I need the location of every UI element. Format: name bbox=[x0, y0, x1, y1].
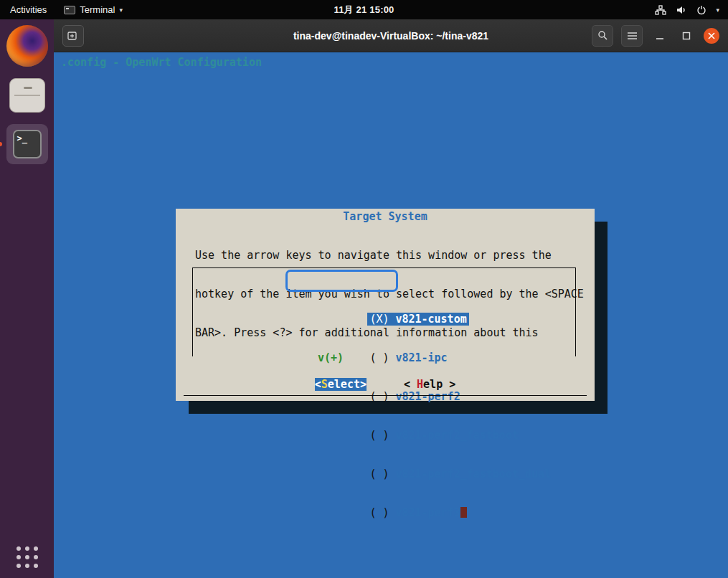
maximize-icon bbox=[682, 32, 691, 40]
terminal-content[interactable]: .config - OpenWrt Configuration Target S… bbox=[54, 52, 728, 578]
app-menu-label: Terminal bbox=[80, 4, 115, 15]
power-icon bbox=[696, 5, 706, 15]
app-menu-button[interactable]: Terminal ▾ bbox=[57, 0, 130, 19]
terminal-icon: >_ bbox=[13, 130, 42, 158]
more-items-indicator: v(+) bbox=[318, 351, 344, 364]
search-icon bbox=[597, 30, 608, 41]
option-label: v821-perf3 bbox=[395, 506, 460, 519]
option-row-selected[interactable]: (X)v821-custom bbox=[292, 300, 551, 313]
option-label: v821-perf2 bbox=[395, 390, 460, 403]
network-icon bbox=[655, 5, 666, 15]
menu-button[interactable] bbox=[621, 25, 643, 47]
menuconfig-backtitle: .config - OpenWrt Configuration bbox=[61, 56, 262, 69]
new-tab-icon bbox=[67, 31, 79, 41]
dialog-buttons: <Select> < Help > bbox=[176, 378, 595, 391]
search-button[interactable] bbox=[592, 25, 613, 47]
option-label: v821-perf2_fastboot_dual bbox=[395, 468, 551, 480]
system-indicators[interactable]: ▾ bbox=[655, 0, 728, 19]
minimize-icon bbox=[656, 32, 664, 40]
titlebar-controls bbox=[592, 25, 728, 47]
select-hotkey: S bbox=[321, 378, 328, 391]
dialog-separator-line bbox=[184, 395, 587, 396]
maximize-button[interactable] bbox=[677, 27, 696, 45]
option-marker: ( ) bbox=[369, 390, 395, 403]
clock[interactable]: 11月 21 15:00 bbox=[334, 4, 394, 16]
option-marker: ( ) bbox=[369, 351, 395, 364]
help-button[interactable]: < Help > bbox=[404, 378, 455, 391]
option-row[interactable]: ( )v821-perf3 bbox=[292, 493, 551, 506]
minimize-button[interactable] bbox=[651, 27, 669, 45]
option-row[interactable]: ( )v821-perf2_fastboot bbox=[292, 416, 551, 429]
text-cursor bbox=[460, 507, 467, 518]
option-row[interactable]: ( )v821-perf2_fastboot_dual bbox=[292, 455, 551, 468]
option-marker: (X) bbox=[369, 313, 395, 326]
close-icon bbox=[708, 32, 715, 39]
option-label: v821-perf2_fastboot bbox=[395, 429, 519, 442]
screen: Activities Terminal ▾ 11月 21 15:00 ▾ >_ bbox=[0, 0, 728, 578]
target-system-dialog: Target System Use the arrow keys to navi… bbox=[176, 209, 595, 401]
dialog-title: Target System bbox=[176, 210, 595, 223]
show-applications-icon[interactable] bbox=[16, 546, 38, 568]
activities-button[interactable]: Activities bbox=[0, 0, 57, 19]
terminal-window: tina-dev@tinadev-VirtualBox: ~/tina-v821 bbox=[54, 19, 728, 578]
activities-label: Activities bbox=[10, 4, 47, 15]
chevron-down-icon: ▾ bbox=[716, 6, 719, 14]
firefox-icon[interactable] bbox=[6, 25, 48, 67]
option-marker: ( ) bbox=[369, 468, 395, 480]
option-marker: ( ) bbox=[369, 506, 395, 519]
terminal-mini-icon bbox=[64, 6, 75, 14]
chevron-down-icon: ▾ bbox=[119, 6, 123, 14]
options-list: (X)v821-custom ( )v821-ipc ( )v821-perf2… bbox=[292, 274, 551, 532]
volume-icon bbox=[676, 5, 687, 15]
window-titlebar: tina-dev@tinadev-VirtualBox: ~/tina-v821 bbox=[54, 19, 728, 52]
option-label: v821-ipc bbox=[395, 351, 447, 364]
dock: >_ bbox=[0, 19, 54, 578]
running-indicator-dot bbox=[0, 142, 2, 146]
help-hotkey: H bbox=[417, 378, 423, 391]
close-button[interactable] bbox=[704, 28, 719, 44]
top-bar: Activities Terminal ▾ 11月 21 15:00 ▾ bbox=[0, 0, 728, 19]
files-icon[interactable] bbox=[9, 78, 45, 113]
instruction-line: Use the arrow keys to navigate this wind… bbox=[195, 249, 584, 262]
option-marker: ( ) bbox=[369, 429, 395, 442]
new-tab-button[interactable] bbox=[62, 25, 84, 47]
option-row[interactable]: ( )v821-ipc bbox=[292, 338, 551, 351]
select-button[interactable]: <Select> bbox=[315, 378, 367, 391]
terminal-launcher[interactable]: >_ bbox=[6, 124, 48, 164]
hamburger-icon bbox=[627, 32, 638, 40]
window-title: tina-dev@tinadev-VirtualBox: ~/tina-v821 bbox=[293, 30, 488, 42]
option-label: v821-custom bbox=[395, 313, 466, 326]
selected-highlight: (X)v821-custom bbox=[367, 313, 468, 326]
